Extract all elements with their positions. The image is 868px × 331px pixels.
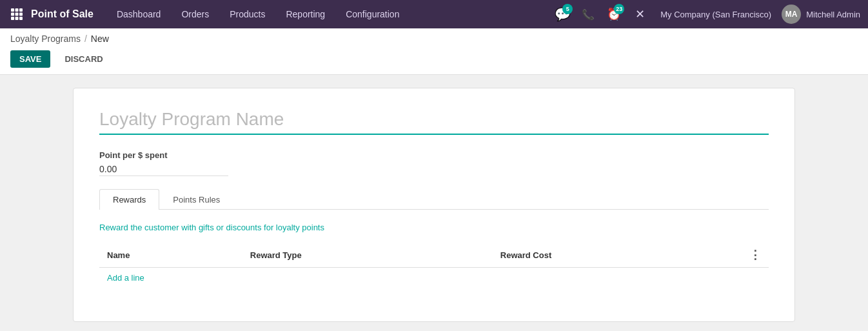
svg-rect-8 — [19, 17, 23, 20]
grid-icon[interactable] — [8, 5, 26, 23]
svg-rect-5 — [19, 13, 23, 16]
avatar[interactable]: MA — [782, 5, 801, 24]
nav-products[interactable]: Products — [219, 0, 275, 28]
main-content: Point per $ spent Rewards Points Rules R… — [0, 75, 868, 331]
company-name: My Company (San Francisco) — [660, 10, 771, 19]
form-card: Point per $ spent Rewards Points Rules R… — [73, 88, 795, 322]
tab-rewards[interactable]: Rewards — [99, 189, 159, 210]
program-name-input[interactable] — [99, 109, 769, 135]
close-icon-btn[interactable]: ✕ — [629, 4, 650, 25]
phone-icon-btn[interactable]: 📞 — [578, 4, 598, 25]
svg-rect-4 — [15, 13, 19, 16]
col-header-name: Name — [99, 243, 242, 268]
svg-rect-3 — [11, 13, 14, 16]
breadcrumb-current: New — [91, 34, 109, 44]
add-a-line-button[interactable]: Add a line — [99, 268, 152, 288]
chat-badge: 5 — [562, 4, 573, 14]
nav-orders[interactable]: Orders — [171, 0, 219, 28]
svg-rect-2 — [19, 8, 23, 12]
activity-icon-btn[interactable]: ⏰ 23 — [604, 4, 624, 25]
column-options-icon[interactable]: ⋮ — [749, 248, 761, 262]
activity-badge: 23 — [614, 4, 624, 14]
point-label: Point per $ spent — [99, 150, 769, 160]
breadcrumb: Loyalty Programs / New — [10, 34, 858, 44]
top-navigation: Point of Sale Dashboard Orders Products … — [0, 0, 868, 28]
breadcrumb-parent-link[interactable]: Loyalty Programs — [10, 34, 81, 44]
svg-rect-7 — [15, 17, 19, 20]
tabs-header: Rewards Points Rules — [99, 189, 769, 210]
col-header-reward-type: Reward Type — [242, 243, 493, 268]
tab-content-rewards: Reward the customer with gifts or discou… — [99, 210, 769, 301]
col-header-reward-cost: Reward Cost — [493, 243, 742, 268]
point-field-row: Point per $ spent — [99, 150, 769, 176]
nav-dashboard[interactable]: Dashboard — [106, 0, 172, 28]
discard-button[interactable]: DISCARD — [55, 50, 112, 68]
tabs-container: Rewards Points Rules Reward the customer… — [99, 189, 769, 301]
rewards-table: Name Reward Type Reward Cost ⋮ — [99, 243, 769, 268]
breadcrumb-bar: Loyalty Programs / New SAVE DISCARD — [0, 28, 868, 75]
tab-points-rules[interactable]: Points Rules — [159, 189, 233, 210]
point-value-input[interactable] — [99, 163, 228, 176]
svg-rect-6 — [11, 17, 14, 20]
app-title: Point of Sale — [31, 8, 94, 20]
user-name: Mitchell Admin — [806, 10, 860, 19]
col-header-actions: ⋮ — [742, 243, 769, 268]
svg-rect-0 — [11, 8, 14, 12]
action-bar: SAVE DISCARD — [10, 48, 858, 72]
save-button[interactable]: SAVE — [10, 50, 50, 68]
svg-rect-1 — [15, 8, 19, 12]
nav-configuration[interactable]: Configuration — [335, 0, 409, 28]
breadcrumb-separator: / — [84, 34, 87, 44]
nav-reporting[interactable]: Reporting — [275, 0, 335, 28]
chat-icon-btn[interactable]: 💬 5 — [552, 4, 573, 25]
rewards-description: Reward the customer with gifts or discou… — [99, 223, 769, 232]
main-nav: Dashboard Orders Products Reporting Conf… — [106, 0, 549, 28]
topbar-actions: 💬 5 📞 ⏰ 23 ✕ My Company (San Francisco) … — [552, 4, 860, 25]
